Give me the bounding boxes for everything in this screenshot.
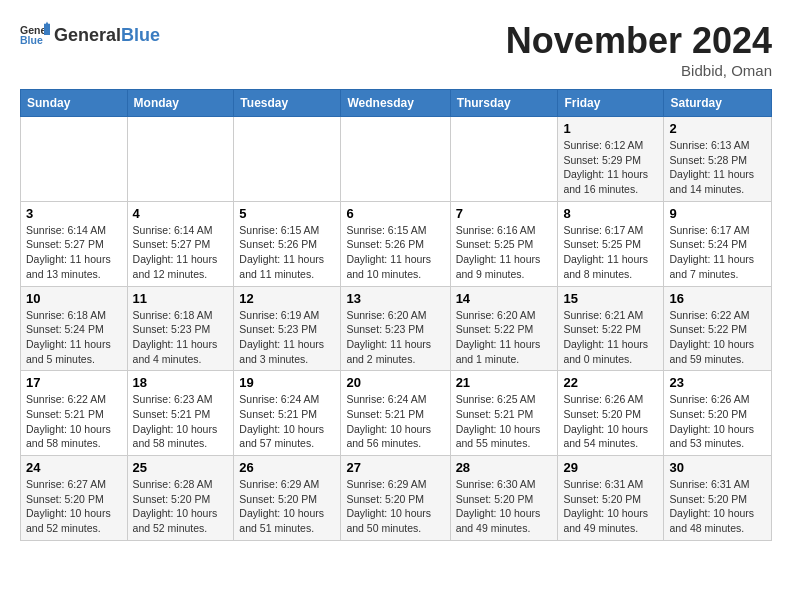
calendar-cell: 25Sunrise: 6:28 AM Sunset: 5:20 PM Dayli… bbox=[127, 456, 234, 541]
weekday-header-row: SundayMondayTuesdayWednesdayThursdayFrid… bbox=[21, 90, 772, 117]
calendar-cell: 28Sunrise: 6:30 AM Sunset: 5:20 PM Dayli… bbox=[450, 456, 558, 541]
day-number: 6 bbox=[346, 206, 444, 221]
day-info: Sunrise: 6:25 AM Sunset: 5:21 PM Dayligh… bbox=[456, 392, 553, 451]
day-number: 27 bbox=[346, 460, 444, 475]
day-number: 28 bbox=[456, 460, 553, 475]
day-info: Sunrise: 6:31 AM Sunset: 5:20 PM Dayligh… bbox=[669, 477, 766, 536]
calendar-cell: 19Sunrise: 6:24 AM Sunset: 5:21 PM Dayli… bbox=[234, 371, 341, 456]
day-number: 2 bbox=[669, 121, 766, 136]
day-number: 29 bbox=[563, 460, 658, 475]
day-number: 3 bbox=[26, 206, 122, 221]
calendar-cell: 30Sunrise: 6:31 AM Sunset: 5:20 PM Dayli… bbox=[664, 456, 772, 541]
calendar-cell: 4Sunrise: 6:14 AM Sunset: 5:27 PM Daylig… bbox=[127, 201, 234, 286]
weekday-header-tuesday: Tuesday bbox=[234, 90, 341, 117]
day-number: 14 bbox=[456, 291, 553, 306]
calendar-cell: 1Sunrise: 6:12 AM Sunset: 5:29 PM Daylig… bbox=[558, 117, 664, 202]
day-info: Sunrise: 6:18 AM Sunset: 5:24 PM Dayligh… bbox=[26, 308, 122, 367]
calendar-cell: 16Sunrise: 6:22 AM Sunset: 5:22 PM Dayli… bbox=[664, 286, 772, 371]
calendar-cell: 27Sunrise: 6:29 AM Sunset: 5:20 PM Dayli… bbox=[341, 456, 450, 541]
day-number: 19 bbox=[239, 375, 335, 390]
day-info: Sunrise: 6:30 AM Sunset: 5:20 PM Dayligh… bbox=[456, 477, 553, 536]
day-number: 21 bbox=[456, 375, 553, 390]
week-row-5: 24Sunrise: 6:27 AM Sunset: 5:20 PM Dayli… bbox=[21, 456, 772, 541]
day-number: 20 bbox=[346, 375, 444, 390]
day-number: 18 bbox=[133, 375, 229, 390]
day-info: Sunrise: 6:20 AM Sunset: 5:22 PM Dayligh… bbox=[456, 308, 553, 367]
calendar-cell: 13Sunrise: 6:20 AM Sunset: 5:23 PM Dayli… bbox=[341, 286, 450, 371]
calendar-cell: 29Sunrise: 6:31 AM Sunset: 5:20 PM Dayli… bbox=[558, 456, 664, 541]
calendar-cell bbox=[450, 117, 558, 202]
calendar-cell: 24Sunrise: 6:27 AM Sunset: 5:20 PM Dayli… bbox=[21, 456, 128, 541]
day-number: 7 bbox=[456, 206, 553, 221]
calendar-cell: 23Sunrise: 6:26 AM Sunset: 5:20 PM Dayli… bbox=[664, 371, 772, 456]
calendar-cell: 26Sunrise: 6:29 AM Sunset: 5:20 PM Dayli… bbox=[234, 456, 341, 541]
month-title: November 2024 bbox=[506, 20, 772, 62]
week-row-2: 3Sunrise: 6:14 AM Sunset: 5:27 PM Daylig… bbox=[21, 201, 772, 286]
day-info: Sunrise: 6:17 AM Sunset: 5:25 PM Dayligh… bbox=[563, 223, 658, 282]
weekday-header-saturday: Saturday bbox=[664, 90, 772, 117]
calendar-cell: 14Sunrise: 6:20 AM Sunset: 5:22 PM Dayli… bbox=[450, 286, 558, 371]
calendar-cell: 22Sunrise: 6:26 AM Sunset: 5:20 PM Dayli… bbox=[558, 371, 664, 456]
day-number: 4 bbox=[133, 206, 229, 221]
day-info: Sunrise: 6:26 AM Sunset: 5:20 PM Dayligh… bbox=[669, 392, 766, 451]
logo-icon: General Blue bbox=[20, 20, 50, 50]
day-number: 9 bbox=[669, 206, 766, 221]
day-info: Sunrise: 6:23 AM Sunset: 5:21 PM Dayligh… bbox=[133, 392, 229, 451]
calendar-cell bbox=[127, 117, 234, 202]
day-info: Sunrise: 6:31 AM Sunset: 5:20 PM Dayligh… bbox=[563, 477, 658, 536]
calendar-cell: 18Sunrise: 6:23 AM Sunset: 5:21 PM Dayli… bbox=[127, 371, 234, 456]
calendar-cell: 21Sunrise: 6:25 AM Sunset: 5:21 PM Dayli… bbox=[450, 371, 558, 456]
calendar-cell: 9Sunrise: 6:17 AM Sunset: 5:24 PM Daylig… bbox=[664, 201, 772, 286]
calendar-cell: 10Sunrise: 6:18 AM Sunset: 5:24 PM Dayli… bbox=[21, 286, 128, 371]
calendar-cell bbox=[21, 117, 128, 202]
day-number: 12 bbox=[239, 291, 335, 306]
day-info: Sunrise: 6:20 AM Sunset: 5:23 PM Dayligh… bbox=[346, 308, 444, 367]
calendar-cell: 6Sunrise: 6:15 AM Sunset: 5:26 PM Daylig… bbox=[341, 201, 450, 286]
day-info: Sunrise: 6:18 AM Sunset: 5:23 PM Dayligh… bbox=[133, 308, 229, 367]
title-block: November 2024 Bidbid, Oman bbox=[506, 20, 772, 79]
day-info: Sunrise: 6:13 AM Sunset: 5:28 PM Dayligh… bbox=[669, 138, 766, 197]
day-number: 22 bbox=[563, 375, 658, 390]
calendar-cell: 2Sunrise: 6:13 AM Sunset: 5:28 PM Daylig… bbox=[664, 117, 772, 202]
calendar-cell: 20Sunrise: 6:24 AM Sunset: 5:21 PM Dayli… bbox=[341, 371, 450, 456]
day-info: Sunrise: 6:14 AM Sunset: 5:27 PM Dayligh… bbox=[26, 223, 122, 282]
day-info: Sunrise: 6:12 AM Sunset: 5:29 PM Dayligh… bbox=[563, 138, 658, 197]
week-row-1: 1Sunrise: 6:12 AM Sunset: 5:29 PM Daylig… bbox=[21, 117, 772, 202]
calendar-cell: 11Sunrise: 6:18 AM Sunset: 5:23 PM Dayli… bbox=[127, 286, 234, 371]
day-number: 8 bbox=[563, 206, 658, 221]
logo: General Blue GeneralBlue bbox=[20, 20, 160, 50]
day-info: Sunrise: 6:19 AM Sunset: 5:23 PM Dayligh… bbox=[239, 308, 335, 367]
week-row-4: 17Sunrise: 6:22 AM Sunset: 5:21 PM Dayli… bbox=[21, 371, 772, 456]
weekday-header-monday: Monday bbox=[127, 90, 234, 117]
day-number: 25 bbox=[133, 460, 229, 475]
day-number: 16 bbox=[669, 291, 766, 306]
calendar-cell: 3Sunrise: 6:14 AM Sunset: 5:27 PM Daylig… bbox=[21, 201, 128, 286]
day-number: 17 bbox=[26, 375, 122, 390]
day-info: Sunrise: 6:28 AM Sunset: 5:20 PM Dayligh… bbox=[133, 477, 229, 536]
day-info: Sunrise: 6:21 AM Sunset: 5:22 PM Dayligh… bbox=[563, 308, 658, 367]
day-number: 11 bbox=[133, 291, 229, 306]
calendar-cell: 7Sunrise: 6:16 AM Sunset: 5:25 PM Daylig… bbox=[450, 201, 558, 286]
day-info: Sunrise: 6:22 AM Sunset: 5:21 PM Dayligh… bbox=[26, 392, 122, 451]
page-header: General Blue GeneralBlue November 2024 B… bbox=[20, 20, 772, 79]
day-number: 26 bbox=[239, 460, 335, 475]
day-number: 10 bbox=[26, 291, 122, 306]
day-number: 30 bbox=[669, 460, 766, 475]
calendar-table: SundayMondayTuesdayWednesdayThursdayFrid… bbox=[20, 89, 772, 541]
week-row-3: 10Sunrise: 6:18 AM Sunset: 5:24 PM Dayli… bbox=[21, 286, 772, 371]
calendar-cell: 17Sunrise: 6:22 AM Sunset: 5:21 PM Dayli… bbox=[21, 371, 128, 456]
calendar-cell bbox=[234, 117, 341, 202]
location: Bidbid, Oman bbox=[506, 62, 772, 79]
day-info: Sunrise: 6:22 AM Sunset: 5:22 PM Dayligh… bbox=[669, 308, 766, 367]
day-info: Sunrise: 6:14 AM Sunset: 5:27 PM Dayligh… bbox=[133, 223, 229, 282]
svg-text:Blue: Blue bbox=[20, 34, 43, 46]
day-number: 13 bbox=[346, 291, 444, 306]
weekday-header-thursday: Thursday bbox=[450, 90, 558, 117]
calendar-cell: 15Sunrise: 6:21 AM Sunset: 5:22 PM Dayli… bbox=[558, 286, 664, 371]
day-info: Sunrise: 6:24 AM Sunset: 5:21 PM Dayligh… bbox=[346, 392, 444, 451]
calendar-cell: 8Sunrise: 6:17 AM Sunset: 5:25 PM Daylig… bbox=[558, 201, 664, 286]
day-number: 15 bbox=[563, 291, 658, 306]
calendar-cell: 5Sunrise: 6:15 AM Sunset: 5:26 PM Daylig… bbox=[234, 201, 341, 286]
calendar-cell: 12Sunrise: 6:19 AM Sunset: 5:23 PM Dayli… bbox=[234, 286, 341, 371]
day-info: Sunrise: 6:15 AM Sunset: 5:26 PM Dayligh… bbox=[239, 223, 335, 282]
